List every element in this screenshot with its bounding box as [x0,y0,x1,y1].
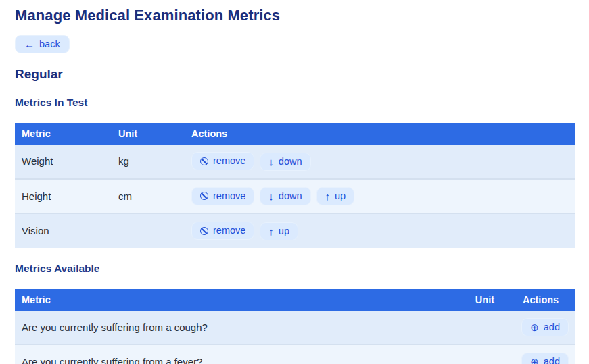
actions-cell: remove↓down↑up [185,179,575,214]
down-button[interactable]: ↓down [260,187,310,205]
unit-cell [112,213,185,248]
metric-cell: Are you currently suffering from a fever… [15,344,455,364]
arrow-up-icon: ↑ [268,226,274,236]
button-label: remove [213,224,245,237]
table-row: Heightcmremove↓down↑up [15,179,575,214]
actions-cell: ⊕add [508,344,575,364]
table-row: Weightkgremove↓down [15,145,575,179]
button-label: up [335,190,346,203]
button-label: up [279,225,289,238]
column-header-actions: Actions [185,123,575,145]
column-header-unit: Unit [112,123,185,145]
add-button[interactable]: ⊕add [521,353,569,364]
metrics-in-test-table: Metric Unit Actions Weightkgremove↓downH… [15,123,575,248]
actions-cell: ⊕add [508,311,575,344]
section-heading-regular: Regular [15,67,575,82]
back-button[interactable]: ← back [15,35,70,53]
metric-cell: Are you currently suffering from a cough… [15,311,455,344]
up-button[interactable]: ↑up [260,222,298,240]
plus-circle-icon: ⊕ [530,322,539,332]
arrow-up-icon: ↑ [325,191,331,201]
table-row: Visionremove↑up [15,213,575,248]
button-label: down [279,155,302,168]
arrow-down-icon: ↓ [268,191,274,201]
button-label: remove [213,190,245,203]
metrics-available-table: Metric Unit Actions Are you currently su… [15,289,575,364]
column-header-unit: Unit [455,289,508,311]
ban-icon [200,192,208,200]
button-label: down [279,190,302,203]
remove-button[interactable]: remove [191,222,254,240]
metric-cell: Weight [15,145,112,179]
table-header-row: Metric Unit Actions [15,123,575,145]
actions-cell: remove↑up [185,213,575,248]
remove-button[interactable]: remove [191,187,254,205]
plus-circle-icon: ⊕ [530,357,539,364]
unit-cell [455,311,508,344]
down-button[interactable]: ↓down [260,153,310,171]
page-title: Manage Medical Examination Metrics [15,7,575,24]
arrow-down-icon: ↓ [268,157,274,167]
unit-cell: cm [112,179,185,214]
table-row: Are you currently suffering from a cough… [15,311,575,344]
actions-cell: remove↓down [185,145,575,179]
button-label: add [544,321,560,334]
metric-cell: Height [15,179,112,214]
button-label: add [544,355,560,364]
back-button-label: back [39,38,60,51]
column-header-metric: Metric [15,289,455,311]
add-button[interactable]: ⊕add [521,318,569,336]
table-header-row: Metric Unit Actions [15,289,575,311]
column-header-actions: Actions [508,289,575,311]
metrics-available-heading: Metrics Available [15,263,575,275]
metric-cell: Vision [15,213,112,248]
metrics-in-test-heading: Metrics In Test [15,97,575,109]
unit-cell [455,344,508,364]
button-label: remove [213,155,245,167]
back-arrow-icon: ← [24,39,34,49]
ban-icon [200,157,208,165]
remove-button[interactable]: remove [191,152,254,170]
ban-icon [200,227,208,235]
column-header-metric: Metric [15,123,112,145]
manage-metrics-page: Manage Medical Examination Metrics ← bac… [0,7,589,364]
up-button[interactable]: ↑up [316,187,355,205]
table-row: Are you currently suffering from a fever… [15,344,575,364]
unit-cell: kg [112,145,185,179]
